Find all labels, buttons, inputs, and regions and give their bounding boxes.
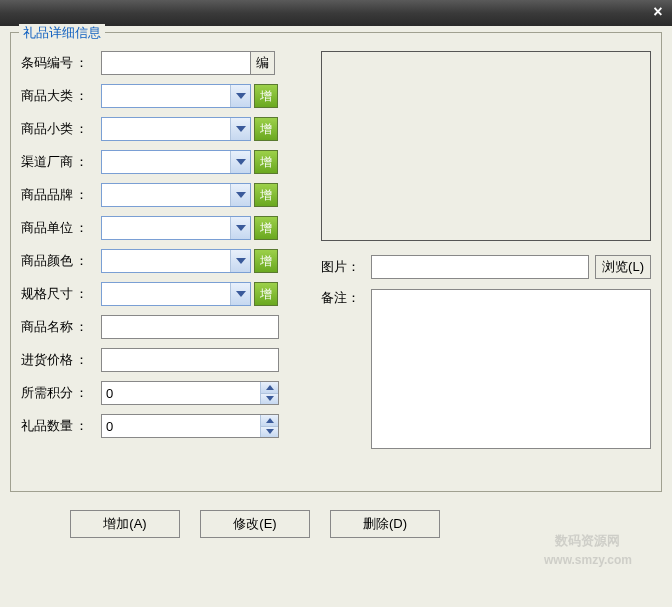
label-brand: 商品品牌： (21, 186, 101, 204)
color-combo[interactable] (101, 249, 251, 273)
chevron-down-icon[interactable] (230, 151, 250, 173)
unit-combo[interactable] (101, 216, 251, 240)
close-icon[interactable]: × (648, 3, 668, 21)
chevron-down-icon[interactable] (230, 85, 250, 107)
row-cost: 进货价格： (21, 348, 301, 372)
major-cat-combo[interactable] (101, 84, 251, 108)
notes-textarea[interactable] (371, 289, 651, 449)
chevron-down-icon[interactable] (260, 427, 278, 438)
label-points: 所需积分： (21, 384, 101, 402)
row-barcode: 条码编号： 编 (21, 51, 301, 75)
qty-stepper[interactable]: 0 (101, 414, 279, 438)
label-major-cat: 商品大类： (21, 87, 101, 105)
label-color: 商品颜色： (21, 252, 101, 270)
chevron-down-icon[interactable] (260, 394, 278, 405)
points-stepper[interactable]: 0 (101, 381, 279, 405)
barcode-gen-button[interactable]: 编 (251, 51, 275, 75)
label-notes: 备注： (321, 289, 371, 307)
label-name: 商品名称： (21, 318, 101, 336)
row-minor-cat: 商品小类： 增 (21, 117, 301, 141)
delete-button[interactable]: 删除(D) (330, 510, 440, 538)
add-spec-button[interactable]: 增 (254, 282, 278, 306)
image-preview (321, 51, 651, 241)
row-points: 所需积分： 0 (21, 381, 301, 405)
vendor-combo[interactable] (101, 150, 251, 174)
label-cost: 进货价格： (21, 351, 101, 369)
browse-button[interactable]: 浏览(L) (595, 255, 651, 279)
cost-input[interactable] (101, 348, 279, 372)
right-column: 图片： 浏览(L) 备注： (321, 51, 651, 479)
row-name: 商品名称： (21, 315, 301, 339)
add-brand-button[interactable]: 增 (254, 183, 278, 207)
label-unit: 商品单位： (21, 219, 101, 237)
row-color: 商品颜色： 增 (21, 249, 301, 273)
add-vendor-button[interactable]: 增 (254, 150, 278, 174)
label-qty: 礼品数量： (21, 417, 101, 435)
minor-cat-combo[interactable] (101, 117, 251, 141)
label-image: 图片： (321, 258, 371, 276)
left-column: 条码编号： 编 商品大类： 增 商品小类： (21, 51, 301, 479)
brand-combo[interactable] (101, 183, 251, 207)
row-qty: 礼品数量： 0 (21, 414, 301, 438)
label-minor-cat: 商品小类： (21, 120, 101, 138)
label-vendor: 渠道厂商： (21, 153, 101, 171)
titlebar: × (0, 0, 672, 26)
image-path-input[interactable] (371, 255, 589, 279)
add-major-cat-button[interactable]: 增 (254, 84, 278, 108)
content: 礼品详细信息 条码编号： 编 商品大类： 增 (0, 26, 672, 548)
edit-button[interactable]: 修改(E) (200, 510, 310, 538)
row-notes: 备注： (321, 289, 651, 469)
add-minor-cat-button[interactable]: 增 (254, 117, 278, 141)
row-unit: 商品单位： 增 (21, 216, 301, 240)
chevron-down-icon[interactable] (230, 283, 250, 305)
row-brand: 商品品牌： 增 (21, 183, 301, 207)
gift-detail-group: 礼品详细信息 条码编号： 编 商品大类： 增 (10, 32, 662, 492)
add-button[interactable]: 增加(A) (70, 510, 180, 538)
chevron-down-icon[interactable] (230, 118, 250, 140)
chevron-up-icon[interactable] (260, 415, 278, 427)
action-buttons: 增加(A) 修改(E) 删除(D) (10, 492, 662, 538)
chevron-up-icon[interactable] (260, 382, 278, 394)
add-color-button[interactable]: 增 (254, 249, 278, 273)
barcode-input[interactable] (101, 51, 251, 75)
label-barcode: 条码编号： (21, 54, 101, 72)
chevron-down-icon[interactable] (230, 217, 250, 239)
label-spec: 规格尺寸： (21, 285, 101, 303)
row-major-cat: 商品大类： 增 (21, 84, 301, 108)
row-image: 图片： 浏览(L) (321, 255, 651, 279)
group-title: 礼品详细信息 (19, 24, 105, 42)
add-unit-button[interactable]: 增 (254, 216, 278, 240)
name-input[interactable] (101, 315, 279, 339)
chevron-down-icon[interactable] (230, 250, 250, 272)
row-vendor: 渠道厂商： 增 (21, 150, 301, 174)
row-spec: 规格尺寸： 增 (21, 282, 301, 306)
chevron-down-icon[interactable] (230, 184, 250, 206)
spec-combo[interactable] (101, 282, 251, 306)
